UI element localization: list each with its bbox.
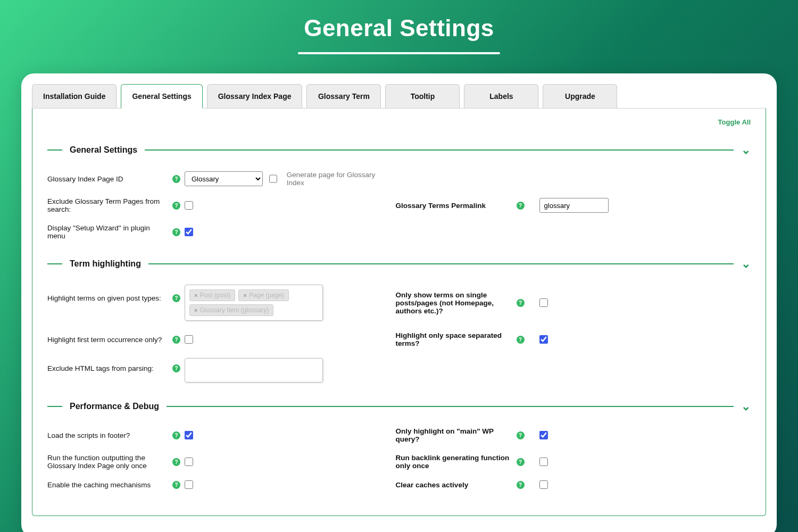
label-first-occurrence: Highlight first term occurrence only? <box>47 336 169 344</box>
tagbox-exclude-tags[interactable] <box>185 358 323 383</box>
section-title-performance: Performance & Debug <box>70 402 159 411</box>
close-icon[interactable]: × <box>194 307 197 313</box>
help-icon[interactable]: ? <box>517 299 525 307</box>
label-exclude-tags: Exclude HTML tags from parsing: <box>47 364 169 372</box>
section-title-highlighting: Term highlighting <box>70 259 141 269</box>
tag-post[interactable]: ×Post (post) <box>189 289 235 301</box>
tab-content: Toggle All General Settings ⌄ Glossary I… <box>32 109 766 516</box>
label-index-page-id: Glossary Index Page ID <box>47 175 169 183</box>
input-permalink[interactable] <box>539 198 609 213</box>
tag-page[interactable]: ×Page (page) <box>238 289 288 301</box>
checkbox-scripts-footer[interactable] <box>185 431 193 439</box>
help-icon[interactable]: ? <box>517 431 525 439</box>
label-index-once: Run the function outputting the Glossary… <box>47 454 169 470</box>
checkbox-clear-cache[interactable] <box>539 480 548 489</box>
section-line <box>148 263 734 264</box>
tab-labels[interactable]: Labels <box>464 84 538 108</box>
toggle-all-link[interactable]: Toggle All <box>47 118 751 131</box>
label-setup-wizard: Display "Setup Wizard" in plugin menu <box>47 224 169 240</box>
help-icon[interactable]: ? <box>172 175 180 183</box>
label-main-query: Only highlight on "main" WP query? <box>396 427 513 443</box>
tab-upgrade[interactable]: Upgrade <box>543 84 617 108</box>
checkbox-exclude-search[interactable] <box>185 201 193 210</box>
checkbox-generate-page[interactable] <box>269 174 277 183</box>
help-icon[interactable]: ? <box>172 458 180 466</box>
checkbox-index-once[interactable] <box>185 458 193 466</box>
close-icon[interactable]: × <box>243 292 246 298</box>
label-post-types: Highlight terms on given post types: <box>47 294 169 302</box>
tab-installation-guide[interactable]: Installation Guide <box>32 84 117 108</box>
section-header-highlighting: Term highlighting ⌄ <box>47 258 751 270</box>
tab-glossary-index-page[interactable]: Glossary Index Page <box>207 84 303 108</box>
tabs: Installation Guide General Settings Glos… <box>32 84 766 109</box>
help-icon[interactable]: ? <box>172 431 180 439</box>
section-line <box>167 406 734 407</box>
title-underline <box>298 52 500 54</box>
help-icon[interactable]: ? <box>172 364 180 372</box>
tab-glossary-term[interactable]: Glossary Term <box>306 84 381 108</box>
tag-glossary[interactable]: ×Glossary Item (glossary) <box>189 304 273 316</box>
page-title: General Settings <box>0 0 798 48</box>
help-icon[interactable]: ? <box>172 336 180 344</box>
chevron-down-icon[interactable]: ⌄ <box>741 258 751 270</box>
checkbox-main-query[interactable] <box>539 431 548 439</box>
chevron-down-icon[interactable]: ⌄ <box>741 144 751 156</box>
label-permalink: Glossary Terms Permalink <box>396 202 513 210</box>
label-backlink-once: Run backlink generating function only on… <box>396 454 513 470</box>
section-line <box>145 149 734 151</box>
label-scripts-footer: Load the scripts in footer? <box>47 431 169 439</box>
tagbox-post-types[interactable]: ×Post (post) ×Page (page) ×Glossary Item… <box>185 285 323 321</box>
help-icon[interactable]: ? <box>172 228 180 236</box>
help-icon[interactable]: ? <box>517 458 525 466</box>
label-single-posts: Only show terms on single posts/pages (n… <box>396 291 513 315</box>
select-index-page[interactable]: Glossary <box>185 171 263 186</box>
help-icon[interactable]: ? <box>172 481 180 489</box>
section-line <box>47 406 62 407</box>
section-header-general: General Settings ⌄ <box>47 144 751 156</box>
section-line <box>47 149 62 151</box>
help-icon[interactable]: ? <box>517 481 525 489</box>
checkbox-first-occurrence[interactable] <box>185 335 193 344</box>
tab-general-settings[interactable]: General Settings <box>121 84 202 109</box>
section-title-general: General Settings <box>70 145 137 155</box>
close-icon[interactable]: × <box>194 292 197 298</box>
checkbox-backlink-once[interactable] <box>539 458 548 466</box>
help-icon[interactable]: ? <box>517 336 525 344</box>
tab-tooltip[interactable]: Tooltip <box>385 84 460 108</box>
label-generate-page: Generate page for Glossary Index <box>287 171 385 187</box>
section-header-performance: Performance & Debug ⌄ <box>47 401 751 412</box>
chevron-down-icon[interactable]: ⌄ <box>741 401 751 412</box>
label-exclude-search: Exclude Glossary Term Pages from search: <box>47 197 169 213</box>
help-icon[interactable]: ? <box>172 294 180 302</box>
help-icon[interactable]: ? <box>517 202 525 210</box>
checkbox-single-posts[interactable] <box>539 298 548 307</box>
checkbox-caching[interactable] <box>185 480 193 489</box>
label-space-separated: Highlight only space separated terms? <box>396 331 513 347</box>
help-icon[interactable]: ? <box>172 202 180 210</box>
settings-panel: Installation Guide General Settings Glos… <box>21 73 777 532</box>
checkbox-setup-wizard[interactable] <box>185 228 193 236</box>
section-line <box>47 263 62 264</box>
label-clear-cache: Clear caches actively <box>396 481 513 489</box>
label-caching: Enable the caching mechanisms <box>47 481 169 489</box>
checkbox-space-separated[interactable] <box>539 335 548 344</box>
